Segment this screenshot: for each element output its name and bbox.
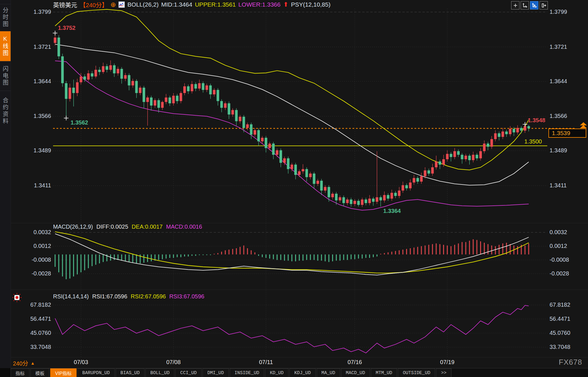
pan-icon[interactable]: [511, 1, 519, 9]
price-axis-left: 1.3799: [11, 9, 51, 15]
symbol-title: 英镑美元: [53, 0, 77, 9]
boll-label: BOLL(26,2): [127, 1, 159, 8]
macd-name: MACD(26,12,9): [53, 224, 93, 230]
macd-header: MACD(26,12,9) DIFF:0.0025 DEA:0.0017 MAC…: [53, 224, 202, 230]
sidebar-item-1[interactable]: K线图: [0, 31, 11, 61]
rsi-axis-left: 45.0760: [11, 330, 51, 336]
price-axis-left: 1.3489: [11, 147, 51, 154]
toolbar-tab-kd_ud[interactable]: KD_UD: [265, 368, 289, 377]
date-label: 07/03: [65, 359, 97, 366]
price-axis-right: 1.3721: [550, 44, 587, 50]
sidebar-item-3[interactable]: 合约资料: [0, 91, 11, 131]
watermark: FX678: [559, 358, 582, 367]
panel-separator: [11, 289, 588, 290]
price-axis-left: 1.3411: [11, 182, 51, 189]
boll-mid-value: MID:1.3464: [161, 1, 192, 8]
rsi2-value: RSI2:67.0596: [131, 293, 166, 300]
toolbar-tab-mtm_ud[interactable]: MTM_UD: [371, 368, 397, 377]
macd-diff-value: DIFF:0.0025: [96, 224, 128, 230]
rsi-axis-left: 67.8182: [11, 302, 51, 308]
macd-axis-right: 0.0032: [550, 229, 587, 236]
macd-axis-left: 0.0012: [11, 243, 51, 249]
price-axis-right: 1.3644: [550, 78, 587, 85]
toolbar-tab-barupdn_ud[interactable]: BARUPDN_UD: [77, 368, 115, 377]
sidebar-corner: [0, 368, 11, 377]
price-axis-right: 1.3411: [550, 182, 587, 189]
macd-dea-value: DEA:0.0017: [132, 224, 163, 230]
toolbar-tab-kdj_ud[interactable]: KDJ_UD: [289, 368, 316, 377]
date-label: 07/08: [158, 359, 189, 366]
chart-toolbar-buttons: [511, 1, 548, 9]
auto-scroll-icon[interactable]: [530, 1, 538, 9]
rsi-axis-right: 67.8182: [550, 302, 587, 308]
date-label: 07/11: [250, 359, 282, 366]
panel-separator: [11, 357, 588, 357]
macd-macd-value: MACD:0.0016: [166, 224, 202, 230]
trading-app-window: 分时图K线图闪电图合约资料 英镑美元 【240分】 ⊕ BOLL(26,2) M…: [0, 0, 588, 377]
rsi3-value: RSI3:67.0596: [169, 293, 204, 300]
toolbar-tab-[interactable]: 模板: [30, 368, 49, 377]
price-axis-right: 1.3489: [550, 147, 587, 154]
rsi-axis-left: 33.7048: [11, 344, 51, 350]
toolbar-tab-outside_ud[interactable]: OUTSIDE_UD: [398, 368, 435, 377]
price-axis-left: 1.3644: [11, 78, 51, 85]
boll-upper-value: UPPER:1.3561: [195, 1, 235, 8]
panel-separator: [11, 223, 588, 223]
macd-axis-left: 0.0032: [11, 229, 51, 236]
toolbar-tab-bias_ud[interactable]: BIAS_UD: [116, 368, 145, 377]
red-up-arrow-icon: ⬆: [283, 1, 288, 8]
toolbar-tab-[interactable]: >>: [436, 368, 451, 377]
rsi-header: RSI(14,14,14) RSI1:67.0596 RSI2:67.0596 …: [53, 293, 205, 300]
psy-label: PSY(12,10,85): [291, 1, 330, 8]
macd-axis-right: -0.0008: [550, 256, 587, 263]
price-axis-left: 1.3566: [11, 113, 51, 119]
indicator-toolbar: 指标模板VIP指标BARUPDN_UDBIAS_UDBOLL_UDCCI_UDD…: [11, 368, 588, 377]
sidebar-item-2[interactable]: 闪电图: [0, 61, 11, 90]
circle-plus-icon[interactable]: ⊕: [110, 2, 116, 7]
rsi-axis-right: 33.7048: [550, 344, 587, 350]
rsi-axis-left: 56.4471: [11, 316, 51, 322]
toolbar-tab-boll_ud[interactable]: BOLL_UD: [145, 368, 174, 377]
rsi-axis-right: 56.4471: [550, 316, 587, 322]
toolbar-tab-macd_ud[interactable]: MACD_UD: [341, 368, 370, 377]
sidebar-item-0[interactable]: 分时图: [0, 4, 11, 31]
toolbar-tab-dmi_ud[interactable]: DMI_UD: [203, 368, 229, 377]
support-price-label: 1.3500: [524, 138, 542, 145]
price-axis-right: 1.3566: [550, 113, 587, 119]
date-label: 07/19: [431, 359, 463, 366]
toolbar-tab-[interactable]: 指标: [11, 368, 30, 377]
axis-scale-icon[interactable]: [521, 1, 529, 9]
toolbar-tab-cci_ud[interactable]: CCI_UD: [175, 368, 202, 377]
macd-axis-right: -0.0028: [550, 270, 587, 277]
swing-low-label: 1.3562: [71, 119, 88, 126]
axis-shift-icon[interactable]: [540, 1, 548, 9]
toolbar-tab-ma_ud[interactable]: MA_UD: [317, 368, 340, 377]
last-price-tag: 1.3539: [548, 129, 586, 138]
up-triangle-icon: ▲: [30, 361, 35, 366]
price-axis-left: 1.3721: [11, 44, 51, 50]
toolbar-tab-vip[interactable]: VIP指标: [50, 368, 77, 377]
rsi1-value: RSI1:67.0596: [92, 293, 127, 300]
boll-lower-value: LOWER:1.3366: [238, 1, 281, 8]
price-axis-right: 1.3799: [550, 9, 587, 15]
macd-axis-right: 0.0012: [550, 243, 587, 249]
chart-header: 英镑美元 【240分】 ⊕ BOLL(26,2) MID:1.3464 UPPE…: [53, 1, 330, 9]
period-indicator[interactable]: 240分 ▲: [13, 359, 35, 367]
period-text: 240分: [13, 359, 28, 367]
sidebar-chart-modes: 分时图K线图闪电图合约资料: [0, 0, 11, 377]
period-badge[interactable]: 【240分】: [80, 0, 108, 9]
toolbar-tab-inside_ud[interactable]: INSIDE_UD: [230, 368, 264, 377]
macd-axis-left: -0.0008: [11, 256, 51, 263]
bottom-low-label: 1.3364: [383, 208, 401, 214]
chart-canvas[interactable]: [0, 0, 588, 377]
rsi-name: RSI(14,14,14): [53, 293, 89, 300]
line-chart-icon[interactable]: [118, 1, 125, 8]
date-label: 07/16: [339, 359, 371, 366]
recent-high-label: 1.3548: [528, 117, 545, 124]
macd-axis-left: -0.0028: [11, 270, 51, 277]
swing-high-label: 1.3752: [58, 25, 75, 31]
rsi-axis-right: 45.0760: [550, 330, 587, 336]
